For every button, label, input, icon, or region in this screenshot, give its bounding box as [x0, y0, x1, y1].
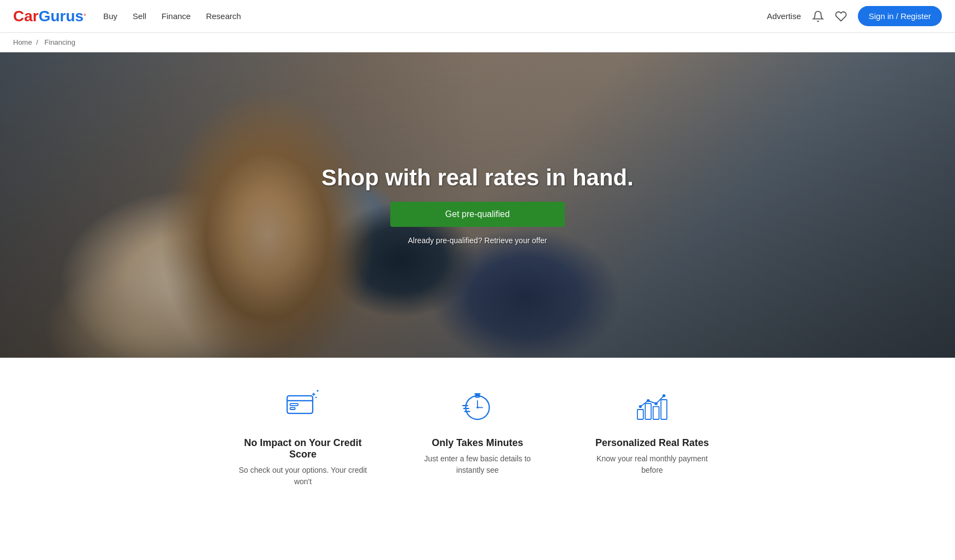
breadcrumb-home[interactable]: Home: [13, 38, 32, 46]
breadcrumb-separator: /: [36, 38, 38, 46]
header-right: Advertise Sign in / Register: [767, 6, 942, 26]
svg-point-18: [476, 407, 479, 409]
hero-title: Shop with real rates in hand.: [321, 165, 634, 191]
feature-minutes: Only Takes Minutes Just enter a few basi…: [412, 385, 543, 487]
feature-credit-desc: So check out your options. Your credit w…: [237, 465, 368, 487]
credit-card-sparkle-icon: [281, 385, 325, 429]
nav-link-research[interactable]: Research: [206, 11, 241, 21]
header-left: CarGurus° Buy Sell Finance Research: [13, 8, 241, 25]
logo-car-text: Car: [13, 8, 39, 25]
nav-item-buy[interactable]: Buy: [103, 11, 117, 21]
svg-rect-22: [661, 400, 667, 419]
svg-rect-19: [637, 410, 643, 419]
site-header: CarGurus° Buy Sell Finance Research Adve…: [0, 0, 955, 33]
svg-rect-21: [653, 407, 659, 419]
features-section: No Impact on Your Credit Score So check …: [0, 358, 955, 509]
svg-rect-2: [290, 404, 298, 406]
nav-item-research[interactable]: Research: [206, 11, 241, 21]
nav-link-sell[interactable]: Sell: [133, 11, 146, 21]
sign-in-button[interactable]: Sign in / Register: [858, 6, 942, 26]
main-nav: Buy Sell Finance Research: [103, 11, 241, 21]
bell-icon: [812, 10, 824, 22]
logo-dot: °: [83, 13, 86, 19]
advertise-link[interactable]: Advertise: [767, 11, 801, 21]
svg-rect-0: [287, 396, 313, 413]
chart-bars-trend-icon: [630, 385, 674, 429]
feature-credit-title: No Impact on Your Credit Score: [237, 437, 368, 460]
nav-item-finance[interactable]: Finance: [162, 11, 190, 21]
svg-rect-3: [290, 407, 295, 410]
retrieve-offer-link[interactable]: Already pre-qualified? Retrieve your off…: [408, 236, 547, 245]
favorites-button[interactable]: [835, 10, 847, 22]
breadcrumb-current: Financing: [45, 38, 75, 46]
svg-rect-20: [645, 404, 651, 419]
feature-minutes-desc: Just enter a few basic details to instan…: [412, 453, 543, 476]
feature-rates-desc: Know your real monthly payment before: [587, 453, 718, 476]
heart-icon: [835, 10, 847, 22]
get-prequalified-button[interactable]: Get pre-qualified: [390, 202, 565, 227]
feature-rates: Personalized Real Rates Know your real m…: [587, 385, 718, 487]
logo[interactable]: CarGurus°: [13, 8, 86, 25]
stopwatch-fast-icon: [456, 385, 499, 429]
nav-item-sell[interactable]: Sell: [133, 11, 146, 21]
notifications-button[interactable]: [812, 10, 824, 22]
feature-credit-score: No Impact on Your Credit Score So check …: [237, 385, 368, 487]
feature-rates-title: Personalized Real Rates: [595, 437, 709, 449]
hero-section: Shop with real rates in hand. Get pre-qu…: [0, 52, 955, 358]
nav-link-buy[interactable]: Buy: [103, 11, 117, 21]
breadcrumb: Home / Financing: [0, 33, 955, 52]
feature-minutes-title: Only Takes Minutes: [432, 437, 523, 449]
hero-content: Shop with real rates in hand. Get pre-qu…: [321, 165, 634, 245]
logo-gurus-text: Gurus: [39, 8, 83, 25]
nav-link-finance[interactable]: Finance: [162, 11, 190, 21]
